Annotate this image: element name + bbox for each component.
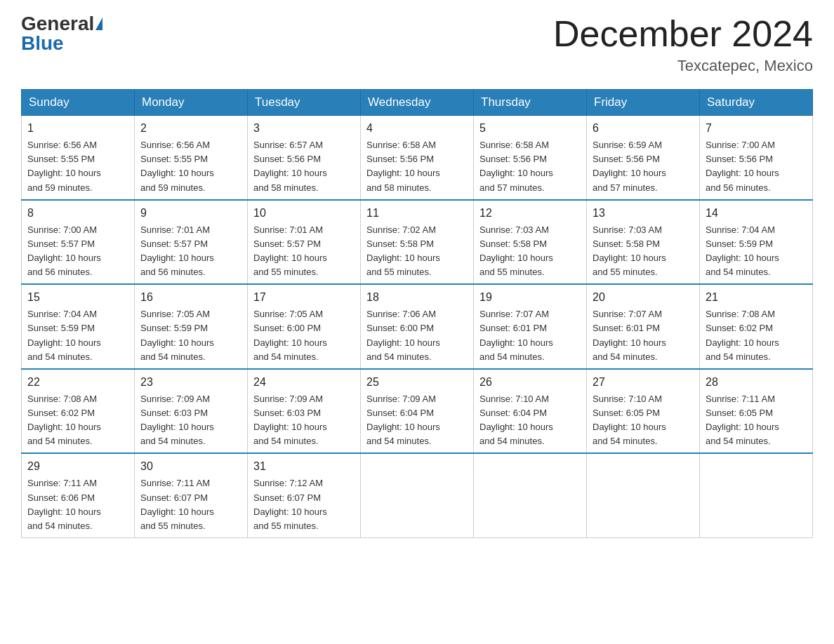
header-thursday: Thursday: [474, 90, 587, 116]
calendar-header-row: SundayMondayTuesdayWednesdayThursdayFrid…: [22, 90, 813, 116]
day-info: Sunrise: 7:05 AMSunset: 6:00 PMDaylight:…: [253, 307, 355, 364]
header-friday: Friday: [587, 90, 700, 116]
day-info: Sunrise: 7:09 AMSunset: 6:04 PMDaylight:…: [366, 392, 468, 449]
calendar-cell: 4Sunrise: 6:58 AMSunset: 5:56 PMDaylight…: [361, 116, 474, 200]
day-number: 3: [253, 120, 355, 137]
day-info: Sunrise: 6:56 AMSunset: 5:55 PMDaylight:…: [140, 138, 241, 195]
day-info: Sunrise: 7:03 AMSunset: 5:58 PMDaylight:…: [479, 223, 581, 280]
day-info: Sunrise: 7:04 AMSunset: 5:59 PMDaylight:…: [27, 307, 128, 364]
day-number: 2: [140, 120, 241, 137]
day-number: 15: [27, 289, 128, 306]
day-info: Sunrise: 7:12 AMSunset: 6:07 PMDaylight:…: [253, 476, 355, 533]
calendar-cell: 26Sunrise: 7:10 AMSunset: 6:04 PMDayligh…: [474, 369, 587, 454]
logo-blue-text: Blue: [21, 34, 64, 53]
day-number: 5: [479, 120, 581, 137]
day-info: Sunrise: 7:00 AMSunset: 5:57 PMDaylight:…: [27, 223, 128, 280]
day-info: Sunrise: 7:09 AMSunset: 6:03 PMDaylight:…: [140, 392, 241, 449]
day-number: 27: [593, 374, 694, 391]
calendar-cell: 25Sunrise: 7:09 AMSunset: 6:04 PMDayligh…: [361, 369, 474, 454]
day-number: 19: [479, 289, 581, 306]
header-saturday: Saturday: [700, 90, 813, 116]
day-info: Sunrise: 7:07 AMSunset: 6:01 PMDaylight:…: [593, 307, 694, 364]
day-number: 21: [706, 289, 807, 306]
day-number: 12: [479, 205, 581, 222]
day-number: 17: [253, 289, 355, 306]
logo-triangle-icon: [95, 18, 102, 30]
day-number: 9: [140, 205, 241, 222]
calendar-cell: 6Sunrise: 6:59 AMSunset: 5:56 PMDaylight…: [587, 116, 700, 200]
day-info: Sunrise: 7:01 AMSunset: 5:57 PMDaylight:…: [140, 223, 241, 280]
day-info: Sunrise: 7:11 AMSunset: 6:06 PMDaylight:…: [27, 476, 128, 533]
day-info: Sunrise: 7:07 AMSunset: 6:01 PMDaylight:…: [479, 307, 581, 364]
calendar-cell: 30Sunrise: 7:11 AMSunset: 6:07 PMDayligh…: [135, 453, 248, 537]
day-number: 24: [253, 374, 355, 391]
day-info: Sunrise: 7:11 AMSunset: 6:05 PMDaylight:…: [706, 392, 807, 449]
calendar-cell: 31Sunrise: 7:12 AMSunset: 6:07 PMDayligh…: [248, 453, 361, 537]
header-wednesday: Wednesday: [361, 90, 474, 116]
calendar-week-row: 8Sunrise: 7:00 AMSunset: 5:57 PMDaylight…: [22, 200, 813, 285]
calendar-cell: [700, 453, 813, 537]
calendar-week-row: 29Sunrise: 7:11 AMSunset: 6:06 PMDayligh…: [22, 453, 813, 537]
day-number: 16: [140, 289, 241, 306]
day-info: Sunrise: 6:56 AMSunset: 5:55 PMDaylight:…: [27, 138, 128, 195]
calendar-cell: 10Sunrise: 7:01 AMSunset: 5:57 PMDayligh…: [248, 200, 361, 285]
calendar-cell: 28Sunrise: 7:11 AMSunset: 6:05 PMDayligh…: [700, 369, 813, 454]
day-info: Sunrise: 6:58 AMSunset: 5:56 PMDaylight:…: [479, 138, 581, 195]
day-number: 23: [140, 374, 241, 391]
title-section: December 2024 Texcatepec, Mexico: [553, 14, 813, 75]
calendar-week-row: 15Sunrise: 7:04 AMSunset: 5:59 PMDayligh…: [22, 284, 813, 369]
calendar-cell: 9Sunrise: 7:01 AMSunset: 5:57 PMDaylight…: [135, 200, 248, 285]
day-info: Sunrise: 7:08 AMSunset: 6:02 PMDaylight:…: [706, 307, 807, 364]
calendar-cell: 29Sunrise: 7:11 AMSunset: 6:06 PMDayligh…: [22, 453, 135, 537]
day-info: Sunrise: 7:09 AMSunset: 6:03 PMDaylight:…: [253, 392, 355, 449]
day-number: 18: [366, 289, 468, 306]
calendar-cell: 1Sunrise: 6:56 AMSunset: 5:55 PMDaylight…: [22, 116, 135, 200]
day-number: 11: [366, 205, 468, 222]
logo: General Blue: [21, 14, 102, 53]
day-number: 6: [593, 120, 694, 137]
calendar-cell: 5Sunrise: 6:58 AMSunset: 5:56 PMDaylight…: [474, 116, 587, 200]
calendar-cell: 15Sunrise: 7:04 AMSunset: 5:59 PMDayligh…: [22, 284, 135, 369]
day-number: 4: [366, 120, 468, 137]
calendar-table: SundayMondayTuesdayWednesdayThursdayFrid…: [21, 89, 813, 538]
day-info: Sunrise: 7:08 AMSunset: 6:02 PMDaylight:…: [27, 392, 128, 449]
day-info: Sunrise: 7:02 AMSunset: 5:58 PMDaylight:…: [366, 223, 468, 280]
calendar-cell: [587, 453, 700, 537]
calendar-cell: 8Sunrise: 7:00 AMSunset: 5:57 PMDaylight…: [22, 200, 135, 285]
calendar-cell: 22Sunrise: 7:08 AMSunset: 6:02 PMDayligh…: [22, 369, 135, 454]
calendar-cell: 21Sunrise: 7:08 AMSunset: 6:02 PMDayligh…: [700, 284, 813, 369]
day-info: Sunrise: 7:06 AMSunset: 6:00 PMDaylight:…: [366, 307, 468, 364]
logo-general-text: General: [21, 14, 94, 34]
calendar-cell: 7Sunrise: 7:00 AMSunset: 5:56 PMDaylight…: [700, 116, 813, 200]
day-number: 10: [253, 205, 355, 222]
calendar-cell: [474, 453, 587, 537]
day-info: Sunrise: 7:00 AMSunset: 5:56 PMDaylight:…: [706, 138, 807, 195]
day-number: 31: [253, 458, 355, 475]
calendar-cell: 11Sunrise: 7:02 AMSunset: 5:58 PMDayligh…: [361, 200, 474, 285]
day-info: Sunrise: 7:03 AMSunset: 5:58 PMDaylight:…: [593, 223, 694, 280]
day-info: Sunrise: 7:10 AMSunset: 6:05 PMDaylight:…: [593, 392, 694, 449]
day-info: Sunrise: 6:57 AMSunset: 5:56 PMDaylight:…: [253, 138, 355, 195]
calendar-cell: 19Sunrise: 7:07 AMSunset: 6:01 PMDayligh…: [474, 284, 587, 369]
month-title: December 2024: [553, 14, 813, 54]
day-info: Sunrise: 7:11 AMSunset: 6:07 PMDaylight:…: [140, 476, 241, 533]
calendar-cell: 20Sunrise: 7:07 AMSunset: 6:01 PMDayligh…: [587, 284, 700, 369]
day-info: Sunrise: 7:05 AMSunset: 5:59 PMDaylight:…: [140, 307, 241, 364]
calendar-cell: 2Sunrise: 6:56 AMSunset: 5:55 PMDaylight…: [135, 116, 248, 200]
header-sunday: Sunday: [22, 90, 135, 116]
page-header: General Blue December 2024 Texcatepec, M…: [21, 14, 813, 75]
day-number: 1: [27, 120, 128, 137]
day-number: 14: [706, 205, 807, 222]
day-number: 13: [593, 205, 694, 222]
calendar-cell: 24Sunrise: 7:09 AMSunset: 6:03 PMDayligh…: [248, 369, 361, 454]
day-number: 20: [593, 289, 694, 306]
calendar-cell: 13Sunrise: 7:03 AMSunset: 5:58 PMDayligh…: [587, 200, 700, 285]
header-monday: Monday: [135, 90, 248, 116]
calendar-cell: 14Sunrise: 7:04 AMSunset: 5:59 PMDayligh…: [700, 200, 813, 285]
calendar-cell: 3Sunrise: 6:57 AMSunset: 5:56 PMDaylight…: [248, 116, 361, 200]
calendar-cell: 17Sunrise: 7:05 AMSunset: 6:00 PMDayligh…: [248, 284, 361, 369]
day-info: Sunrise: 7:01 AMSunset: 5:57 PMDaylight:…: [253, 223, 355, 280]
day-number: 26: [479, 374, 581, 391]
location-title: Texcatepec, Mexico: [553, 57, 813, 75]
day-info: Sunrise: 6:59 AMSunset: 5:56 PMDaylight:…: [593, 138, 694, 195]
